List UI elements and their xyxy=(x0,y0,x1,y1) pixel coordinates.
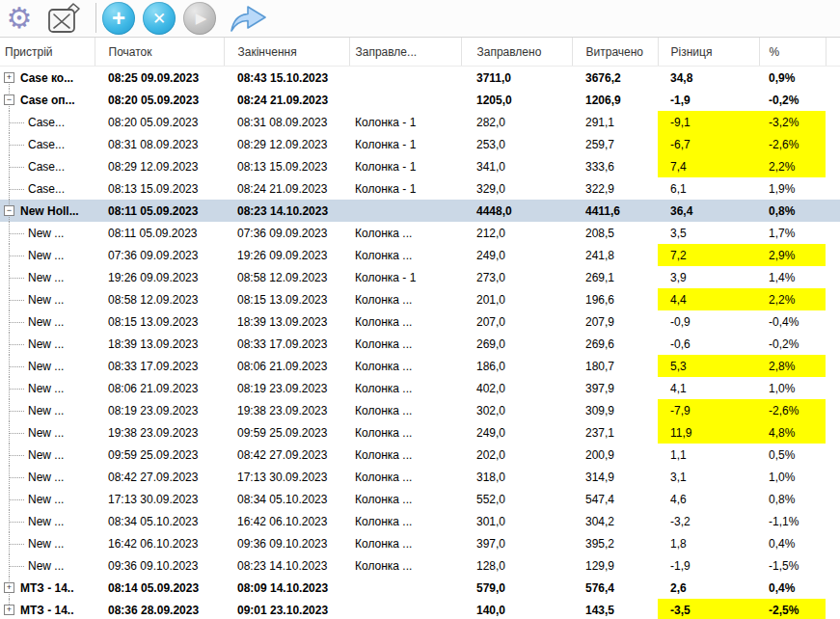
column-header-pump[interactable]: Заправле... xyxy=(349,38,461,67)
column-header-end[interactable]: Закінчення xyxy=(224,38,349,67)
play-button-disabled[interactable]: ▶ xyxy=(183,2,216,35)
pump-cell: Колонка ... xyxy=(349,244,461,266)
table-row[interactable]: New ...16:42 06.10.202309:36 09.10.2023К… xyxy=(0,532,840,554)
device-label: New ... xyxy=(28,249,64,262)
column-header-start[interactable]: Початок xyxy=(95,38,224,67)
device-cell: New ... xyxy=(0,444,95,466)
table-row[interactable]: New ...19:38 23.09.202309:59 25.09.2023К… xyxy=(0,421,840,444)
device-label: New ... xyxy=(28,471,64,484)
expand-icon[interactable]: + xyxy=(4,72,14,83)
table-row[interactable]: −Case оп...08:20 05.09.202308:24 21.09.2… xyxy=(0,89,840,111)
filled-cell: 402,0 xyxy=(461,377,572,399)
table-row[interactable]: Case...08:31 08.09.202308:29 12.09.2023К… xyxy=(0,133,840,155)
pct-cell: 0,9% xyxy=(759,67,826,90)
pct-cell: 0,4% xyxy=(759,532,826,554)
column-header-filled[interactable]: Заправлено xyxy=(461,38,572,67)
filled-cell: 207,0 xyxy=(461,310,572,333)
table-row[interactable]: New ...08:11 05.09.202307:36 09.09.2023К… xyxy=(0,222,840,244)
pump-cell xyxy=(349,577,461,599)
column-header-device[interactable]: Пристрій xyxy=(0,38,95,67)
diff-cell: 4,1 xyxy=(658,377,759,399)
filler-cell xyxy=(826,355,840,377)
start-cell: 19:38 23.09.2023 xyxy=(95,421,224,444)
table-row[interactable]: +МТЗ - 14..08:36 28.09.202309:01 23.10.2… xyxy=(0,599,840,619)
column-header-diff[interactable]: Різниця xyxy=(658,38,759,67)
end-cell: 09:59 25.09.2023 xyxy=(224,421,349,444)
device-cell: Case... xyxy=(0,155,95,177)
table-row[interactable]: Case...08:13 15.09.202308:24 21.09.2023К… xyxy=(0,177,840,200)
table-row[interactable]: +Case ко...08:25 09.09.202308:43 15.10.2… xyxy=(0,67,840,90)
expand-icon[interactable]: + xyxy=(4,605,14,615)
filler-cell xyxy=(826,377,840,399)
fuel-canister-button[interactable] xyxy=(42,2,83,35)
end-cell: 19:26 09.09.2023 xyxy=(224,244,349,266)
spent-cell: 269,1 xyxy=(572,266,658,288)
filler-cell xyxy=(826,599,840,619)
device-cell: New ... xyxy=(0,222,95,244)
device-cell: New ... xyxy=(0,377,95,399)
collapse-icon[interactable]: − xyxy=(4,94,14,105)
pump-cell: Колонка ... xyxy=(349,310,461,333)
tree-branch-line xyxy=(10,522,24,523)
filler-cell xyxy=(826,510,840,532)
table-row[interactable]: New ...08:33 17.09.202308:06 21.09.2023К… xyxy=(0,355,840,377)
filled-cell: 552,0 xyxy=(461,488,572,510)
collapse-icon[interactable]: − xyxy=(4,205,14,216)
table-row[interactable]: New ...08:34 05.10.202316:42 06.10.2023К… xyxy=(0,510,840,532)
table-row[interactable]: New ...09:36 09.10.202308:23 14.10.2023К… xyxy=(0,554,840,577)
pct-cell: -1,1% xyxy=(759,510,826,532)
pump-cell: Колонка ... xyxy=(349,355,461,377)
table-row[interactable]: Case...08:20 05.09.202308:31 08.09.2023К… xyxy=(0,111,840,133)
pct-cell: 2,2% xyxy=(759,288,826,310)
device-label: New ... xyxy=(28,426,64,440)
table-row[interactable]: New ...09:59 25.09.202308:42 27.09.2023К… xyxy=(0,444,840,466)
end-cell: 08:13 15.09.2023 xyxy=(224,155,349,177)
table-row[interactable]: New ...18:39 13.09.202308:33 17.09.2023К… xyxy=(0,333,840,355)
filled-cell: 249,0 xyxy=(461,421,572,444)
device-label: New ... xyxy=(28,315,64,329)
device-label: New ... xyxy=(28,404,64,417)
pct-cell: 1,4% xyxy=(759,266,826,288)
end-cell: 18:39 13.09.2023 xyxy=(224,310,349,333)
table-row[interactable]: New ...08:58 12.09.202308:15 13.09.2023К… xyxy=(0,288,840,310)
pct-cell: 2,9% xyxy=(759,244,826,266)
table-row[interactable]: New ...08:19 23.09.202319:38 23.09.2023К… xyxy=(0,399,840,421)
filler-cell xyxy=(826,333,840,355)
diff-cell: -3,2 xyxy=(658,510,759,532)
table-row[interactable]: New ...19:26 09.09.202308:58 12.09.2023К… xyxy=(0,266,840,288)
filler-cell xyxy=(826,577,840,599)
end-cell: 08:24 21.09.2023 xyxy=(224,89,349,111)
diff-cell: -9,1 xyxy=(658,111,759,133)
table-row[interactable]: Case...08:29 12.09.202308:13 15.09.2023К… xyxy=(0,155,840,177)
pct-cell: 0,8% xyxy=(759,488,826,510)
start-cell: 16:42 06.10.2023 xyxy=(95,532,224,554)
settings-button[interactable]: ⚙ xyxy=(2,2,37,35)
diff-cell: 3,9 xyxy=(658,266,759,288)
pct-cell: -0,2% xyxy=(759,89,826,111)
table-row[interactable]: New ...08:15 13.09.202318:39 13.09.2023К… xyxy=(0,310,840,333)
table-row[interactable]: New ...08:42 27.09.202317:13 30.09.2023К… xyxy=(0,466,840,488)
column-header-spent[interactable]: Витрачено xyxy=(572,38,658,67)
filler-cell xyxy=(826,488,840,510)
filler-cell xyxy=(826,288,840,310)
table-row[interactable]: New ...17:13 30.09.202308:34 05.10.2023К… xyxy=(0,488,840,510)
table-row[interactable]: New ...07:36 09.09.202319:26 09.09.2023К… xyxy=(0,244,840,266)
table-row[interactable]: +МТЗ - 14..08:14 05.09.202308:09 14.10.2… xyxy=(0,577,840,599)
filled-cell: 301,0 xyxy=(461,510,572,532)
add-button[interactable]: + xyxy=(102,2,135,35)
column-header-percent[interactable]: % xyxy=(759,38,826,67)
diff-cell: 2,6 xyxy=(658,577,759,599)
end-cell: 09:01 23.10.2023 xyxy=(224,599,349,619)
device-label: New ... xyxy=(28,493,64,506)
table-row[interactable]: −New Holl...08:11 05.09.202308:23 14.10.… xyxy=(0,200,840,222)
export-button[interactable] xyxy=(225,2,271,35)
pct-cell: 2,8% xyxy=(759,355,826,377)
pct-cell: 0,5% xyxy=(759,444,826,466)
delete-button[interactable]: ✕ xyxy=(143,2,176,35)
filler-cell xyxy=(826,89,840,111)
diff-cell: 3,5 xyxy=(658,222,759,244)
device-label: Case оп... xyxy=(20,94,75,107)
diff-cell: 11,9 xyxy=(658,421,759,444)
expand-icon[interactable]: + xyxy=(4,582,14,593)
table-row[interactable]: New ...08:06 21.09.202308:19 23.09.2023К… xyxy=(0,377,840,399)
